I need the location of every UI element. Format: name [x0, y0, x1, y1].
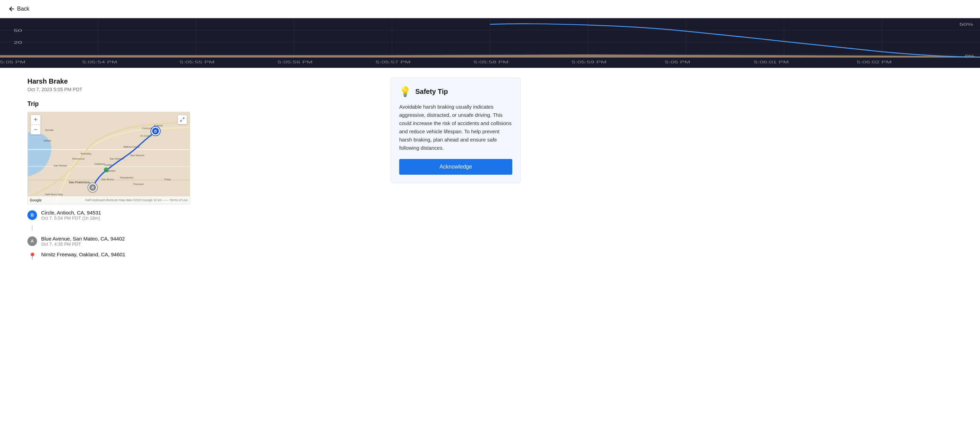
- svg-text:5:06 PM: 5:06 PM: [665, 60, 690, 64]
- svg-text:Richmond: Richmond: [72, 157, 84, 160]
- svg-text:50: 50: [14, 29, 22, 33]
- waypoint-pin: 📍 Nimitz Freeway, Oakland, CA, 94601: [27, 251, 377, 260]
- svg-line-58: [183, 118, 184, 119]
- expand-icon: [180, 117, 185, 122]
- svg-text:Concord: Concord: [142, 127, 152, 130]
- connector-line-wrapper: [27, 226, 37, 231]
- waypoint-a-address: Blue Avenue, San Mateo, CA, 94402: [41, 236, 125, 242]
- event-title: Harsh Brake: [27, 78, 377, 85]
- map-svg: A B San Francisco San Rafael Richmond Be…: [28, 112, 190, 204]
- header: Back: [0, 0, 980, 18]
- safety-tip-header: 💡 Safety Tip: [399, 86, 512, 97]
- svg-text:50%: 50%: [959, 22, 973, 26]
- map-controls: + −: [30, 115, 41, 135]
- svg-text:Novato: Novato: [45, 129, 54, 132]
- svg-text:San Rafael: San Rafael: [54, 164, 67, 167]
- map-footer: Google Half Keyboard shortcuts Map data …: [28, 196, 190, 204]
- event-date: Oct 7, 2023 5:05 PM PDT: [27, 87, 377, 92]
- waypoint-a-info: Blue Avenue, San Mateo, CA, 94402 Oct 7,…: [41, 236, 125, 247]
- svg-text:5:05:59 PM: 5:05:59 PM: [571, 60, 606, 64]
- svg-text:B: B: [154, 129, 157, 133]
- svg-text:Dublin: Dublin: [105, 164, 112, 167]
- svg-text:Fremont: Fremont: [133, 183, 143, 186]
- svg-line-59: [181, 120, 182, 121]
- svg-text:San Ramon: San Ramon: [130, 154, 145, 157]
- acknowledge-button[interactable]: Acknowledge: [399, 159, 512, 175]
- waypoint-a-icon: A: [27, 236, 37, 246]
- waypoint-b-icon: B: [27, 210, 37, 220]
- svg-text:5:05:55 PM: 5:05:55 PM: [180, 60, 215, 64]
- back-arrow-icon: [8, 5, 15, 12]
- chart-container: 50 20 5:05 PM 5:05:54 PM 5:05:55 PM 5:05…: [0, 18, 980, 68]
- safety-tip-icon: 💡: [399, 86, 411, 97]
- svg-text:5:06:01 PM: 5:06:01 PM: [754, 60, 789, 64]
- svg-text:Half Moon Bay: Half Moon Bay: [45, 193, 63, 196]
- map-expand-button[interactable]: [178, 115, 187, 124]
- trip-label: Trip: [27, 100, 377, 108]
- google-logo: Google: [30, 198, 41, 202]
- main-content: Harsh Brake Oct 7, 2023 5:05 PM PDT Trip: [0, 68, 548, 275]
- svg-text:Antioch: Antioch: [154, 124, 163, 127]
- connector-b-a: [27, 226, 377, 231]
- svg-text:Pleasanton: Pleasanton: [120, 176, 134, 179]
- back-button[interactable]: Back: [8, 5, 29, 12]
- safety-tip-title: Safety Tip: [415, 88, 448, 95]
- svg-text:5:05:54 PM: 5:05:54 PM: [82, 60, 117, 64]
- back-label: Back: [17, 6, 29, 12]
- svg-text:5:06:02 PM: 5:06:02 PM: [857, 60, 892, 64]
- waypoint-b-address: Circle, Antioch, CA, 94531: [41, 210, 101, 215]
- pin-icon: 📍: [27, 252, 37, 260]
- waypoint-b-info: Circle, Antioch, CA, 94531 Oct 7, 5:54 P…: [41, 210, 101, 221]
- svg-text:San Francisco: San Francisco: [69, 181, 90, 184]
- svg-rect-27: [28, 112, 189, 204]
- waypoint-b: B Circle, Antioch, CA, 94531 Oct 7, 5:54…: [27, 210, 377, 221]
- safety-tip-body: Avoidable harsh braking usually indicate…: [399, 103, 512, 152]
- left-panel: Harsh Brake Oct 7, 2023 5:05 PM PDT Trip: [27, 78, 377, 265]
- connector-line: [32, 226, 33, 231]
- svg-text:San Ramon: San Ramon: [110, 157, 124, 160]
- svg-text:Oakland: Oakland: [94, 162, 105, 165]
- svg-text:Berkeley: Berkeley: [81, 152, 91, 155]
- zoom-in-button[interactable]: +: [31, 115, 40, 125]
- svg-text:Hayward: Hayward: [105, 169, 115, 172]
- map-container: A B San Francisco San Rafael Richmond Be…: [27, 112, 190, 204]
- waypoints: B Circle, Antioch, CA, 94531 Oct 7, 5:54…: [27, 210, 377, 260]
- svg-text:5:05:56 PM: 5:05:56 PM: [278, 60, 312, 64]
- safety-tip-card: 💡 Safety Tip Avoidable harsh braking usu…: [391, 78, 521, 183]
- map-footer-text: Half Keyboard shortcuts Map data ©2023 G…: [85, 198, 188, 202]
- svg-text:Vallejo: Vallejo: [43, 139, 51, 142]
- svg-text:0%: 0%: [965, 54, 975, 58]
- svg-text:5:05:57 PM: 5:05:57 PM: [375, 60, 410, 64]
- waypoint-pin-address: Nimitz Freeway, Oakland, CA, 94601: [41, 251, 126, 257]
- waypoint-b-time: Oct 7, 5:54 PM PDT (1h 18m): [41, 215, 101, 221]
- waypoint-pin-info: Nimitz Freeway, Oakland, CA, 94601: [41, 251, 126, 257]
- svg-text:San Bruno: San Bruno: [101, 178, 114, 181]
- svg-text:Mt Diablo: Mt Diablo: [140, 134, 152, 137]
- waypoint-a: A Blue Avenue, San Mateo, CA, 94402 Oct …: [27, 236, 377, 247]
- speed-chart: 50 20 5:05 PM 5:05:54 PM 5:05:55 PM 5:05…: [0, 18, 980, 68]
- svg-text:Walnut Creek: Walnut Creek: [123, 145, 140, 148]
- svg-text:5:05 PM: 5:05 PM: [0, 60, 25, 64]
- svg-text:5:05:58 PM: 5:05:58 PM: [474, 60, 509, 64]
- zoom-out-button[interactable]: −: [31, 125, 40, 134]
- svg-text:Tracy: Tracy: [164, 178, 171, 181]
- waypoint-a-time: Oct 7, 4:35 PM PDT: [41, 242, 125, 247]
- svg-text:A: A: [91, 185, 94, 189]
- svg-text:20: 20: [14, 40, 22, 45]
- right-panel: 💡 Safety Tip Avoidable harsh braking usu…: [391, 78, 521, 265]
